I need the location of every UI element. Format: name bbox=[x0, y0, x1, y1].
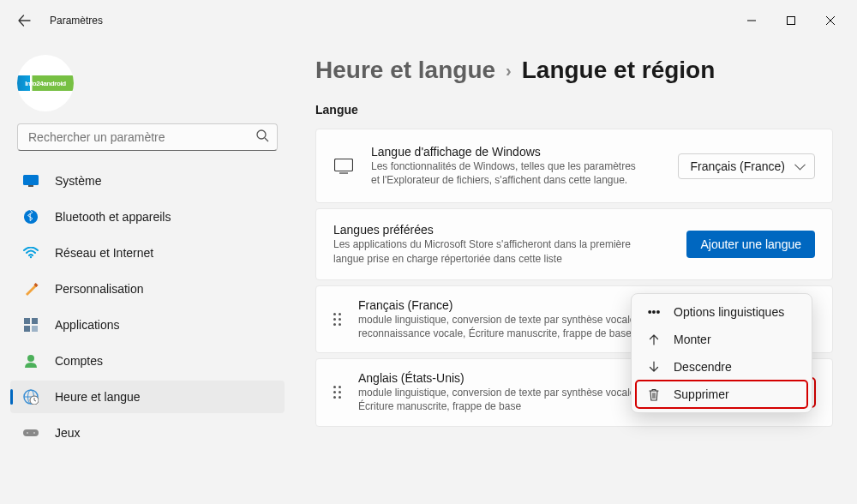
arrow-left-icon bbox=[17, 14, 31, 27]
svg-rect-21 bbox=[335, 159, 353, 171]
apps-icon bbox=[22, 316, 39, 333]
drag-handle-icon[interactable] bbox=[333, 313, 341, 326]
sidebar: Info24android Système Bluetooth et appar… bbox=[0, 41, 291, 504]
avatar[interactable]: Info24android bbox=[17, 55, 74, 111]
back-button[interactable] bbox=[7, 3, 41, 38]
maximize-button[interactable] bbox=[771, 7, 811, 34]
page-title: Langue et région bbox=[522, 57, 716, 84]
context-item-label: Supprimer bbox=[674, 387, 729, 401]
sidebar-item-games[interactable]: Jeux bbox=[10, 417, 285, 449]
globe-clock-icon bbox=[22, 388, 39, 405]
svg-point-19 bbox=[27, 432, 28, 434]
drag-handle-icon[interactable] bbox=[333, 386, 341, 399]
minimize-icon bbox=[747, 16, 756, 25]
preferred-languages-desc: Les applications du Microsoft Store s'af… bbox=[333, 237, 642, 265]
svg-point-20 bbox=[33, 432, 35, 434]
content-area: Heure et langue › Langue et région Langu… bbox=[291, 41, 857, 504]
svg-rect-12 bbox=[32, 326, 38, 332]
svg-rect-10 bbox=[32, 318, 38, 324]
arrow-down-icon bbox=[646, 361, 662, 373]
svg-line-3 bbox=[265, 138, 268, 141]
sidebar-item-label: Heure et langue bbox=[55, 390, 141, 404]
sidebar-item-personalization[interactable]: Personnalisation bbox=[10, 273, 285, 305]
context-item-move-up[interactable]: Monter bbox=[636, 326, 807, 353]
titlebar: Paramètres bbox=[0, 0, 857, 41]
window-controls bbox=[732, 7, 850, 34]
minimize-button[interactable] bbox=[732, 7, 771, 34]
display-language-card: Langue d'affichage de Windows Les foncti… bbox=[315, 129, 833, 203]
section-header-langue: Langue bbox=[315, 103, 833, 117]
context-item-move-down[interactable]: Descendre bbox=[636, 353, 807, 381]
context-item-label: Options linguistiques bbox=[674, 305, 784, 319]
sidebar-item-label: Bluetooth et appareils bbox=[55, 210, 171, 224]
context-item-label: Descendre bbox=[674, 360, 732, 374]
search-icon bbox=[256, 129, 269, 145]
svg-rect-4 bbox=[23, 175, 39, 185]
more-horizontal-icon: ••• bbox=[646, 305, 662, 319]
svg-rect-1 bbox=[788, 17, 795, 25]
context-item-delete[interactable]: Supprimer bbox=[636, 381, 807, 408]
sidebar-item-label: Réseau et Internet bbox=[55, 246, 153, 260]
display-language-title: Langue d'affichage de Windows bbox=[371, 145, 661, 159]
close-button[interactable] bbox=[811, 7, 850, 34]
svg-point-13 bbox=[27, 355, 34, 362]
preferred-languages-title: Langues préférées bbox=[333, 223, 669, 237]
maximize-icon bbox=[787, 16, 795, 25]
context-item-label: Monter bbox=[674, 333, 711, 346]
display-language-desc: Les fonctionnalités de Windows, telles q… bbox=[371, 159, 637, 187]
sidebar-item-system[interactable]: Système bbox=[10, 165, 285, 197]
sidebar-item-network[interactable]: Réseau et Internet bbox=[10, 237, 285, 269]
search-input[interactable] bbox=[17, 123, 278, 151]
sidebar-item-accounts[interactable]: Comptes bbox=[10, 345, 285, 377]
gamepad-icon bbox=[22, 424, 39, 441]
display-language-dropdown[interactable]: Français (France) bbox=[678, 153, 815, 179]
svg-rect-18 bbox=[23, 429, 39, 436]
sidebar-item-label: Applications bbox=[55, 318, 120, 332]
language-context-menu: ••• Options linguistiques Monter Descend… bbox=[631, 293, 812, 413]
svg-rect-5 bbox=[28, 185, 33, 187]
language-desc: module linguistique, conversion de texte… bbox=[358, 313, 650, 340]
trash-icon bbox=[646, 388, 662, 401]
sidebar-item-label: Comptes bbox=[55, 354, 103, 368]
system-icon bbox=[22, 172, 39, 189]
arrow-up-icon bbox=[646, 333, 662, 345]
add-language-button[interactable]: Ajouter une langue bbox=[686, 231, 815, 258]
svg-point-7 bbox=[30, 256, 32, 258]
wifi-icon bbox=[22, 244, 39, 261]
bluetooth-icon bbox=[22, 208, 39, 225]
sidebar-item-time-language[interactable]: Heure et langue bbox=[10, 381, 285, 413]
brush-icon bbox=[22, 280, 39, 297]
svg-rect-11 bbox=[24, 326, 30, 332]
svg-rect-9 bbox=[24, 318, 30, 324]
preferred-languages-card: Langues préférées Les applications du Mi… bbox=[315, 208, 833, 279]
breadcrumb-parent[interactable]: Heure et langue bbox=[315, 57, 495, 84]
app-title: Paramètres bbox=[50, 15, 103, 27]
monitor-icon bbox=[333, 159, 354, 174]
svg-point-6 bbox=[24, 210, 38, 224]
context-item-options[interactable]: ••• Options linguistiques bbox=[636, 298, 807, 326]
person-icon bbox=[22, 352, 39, 369]
sidebar-item-label: Personnalisation bbox=[55, 282, 144, 296]
dropdown-selected-value: Français (France) bbox=[691, 159, 785, 173]
nav-list: Système Bluetooth et appareils Réseau et… bbox=[10, 165, 285, 453]
sidebar-item-label: Système bbox=[55, 174, 101, 188]
chevron-right-icon: › bbox=[506, 61, 512, 81]
sidebar-item-label: Jeux bbox=[55, 426, 81, 440]
breadcrumb: Heure et langue › Langue et région bbox=[315, 57, 833, 84]
svg-point-2 bbox=[257, 130, 266, 139]
sidebar-item-bluetooth[interactable]: Bluetooth et appareils bbox=[10, 201, 285, 233]
close-icon bbox=[826, 16, 835, 25]
sidebar-item-apps[interactable]: Applications bbox=[10, 309, 285, 341]
avatar-image: Info24android bbox=[17, 75, 74, 91]
